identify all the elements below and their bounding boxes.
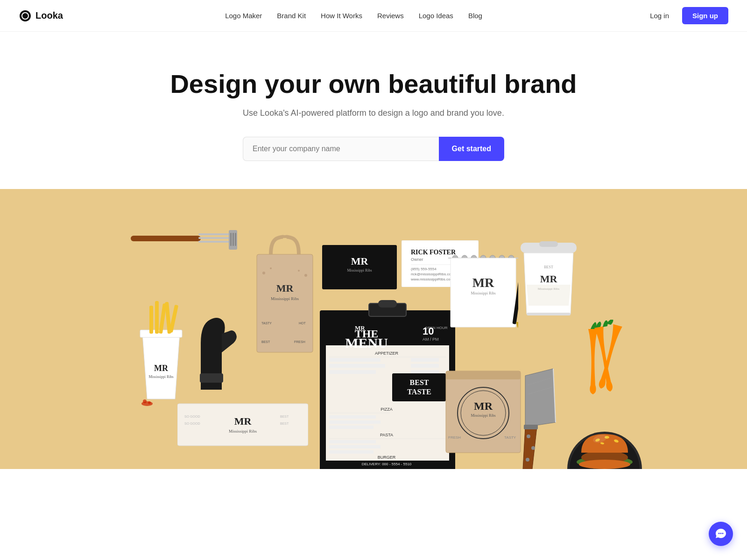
tote-bag-item: MR Mississippi Ribs TASTY HOT BEST FRESH: [252, 231, 317, 362]
wrap-item: MR Mississippi Ribs SO GOOD SO GOOD BEST…: [177, 399, 308, 450]
svg-point-25: [270, 267, 272, 269]
svg-text:Mississippi Ribs: Mississippi Ribs: [271, 296, 299, 301]
hero-section: Design your own beautiful brand Use Look…: [0, 32, 747, 189]
svg-text:BEST: BEST: [410, 378, 429, 386]
signup-button[interactable]: Sign up: [682, 7, 728, 24]
svg-rect-79: [329, 445, 381, 448]
svg-text:MR: MR: [234, 415, 252, 427]
svg-point-114: [531, 446, 535, 450]
svg-text:BURGER: BURGER: [378, 455, 396, 460]
svg-rect-4: [198, 241, 233, 243]
svg-text:TASTY: TASTY: [504, 435, 516, 440]
svg-rect-51: [378, 300, 397, 308]
svg-text:Mississippi Ribs: Mississippi Ribs: [471, 413, 495, 418]
svg-point-26: [304, 274, 307, 277]
svg-rect-8: [235, 233, 236, 246]
carrots-item: [570, 320, 626, 399]
svg-text:FRESH: FRESH: [448, 435, 461, 440]
brand-showcase-section: MR Mississippi Ribs: [0, 189, 747, 469]
svg-text:Mississippi Ribs: Mississippi Ribs: [229, 429, 257, 434]
svg-text:TASTY: TASTY: [261, 322, 272, 325]
svg-text:TASTE: TASTE: [407, 388, 431, 396]
svg-rect-63: [411, 358, 439, 362]
svg-rect-78: [329, 440, 376, 443]
svg-rect-102: [527, 313, 571, 315]
nav-item-how-it-works[interactable]: How It Works: [321, 12, 362, 20]
svg-rect-68: [392, 373, 446, 401]
svg-rect-2: [198, 233, 233, 235]
navbar: Looka Logo Maker Brand Kit How It Works …: [0, 0, 747, 32]
nav-right: Log in Sign up: [644, 7, 728, 24]
svg-text:MR: MR: [472, 275, 494, 290]
hero-subheading: Use Looka's AI-powered platform to desig…: [9, 108, 738, 118]
svg-point-27: [298, 270, 300, 272]
svg-text:MR: MR: [351, 255, 369, 267]
svg-text:MR: MR: [474, 400, 493, 412]
svg-text:Mississippi Ribs: Mississippi Ribs: [471, 291, 495, 295]
svg-rect-16: [169, 305, 178, 333]
cleaver-item: [518, 362, 560, 469]
svg-text:Owner: Owner: [411, 257, 423, 262]
svg-text:SO GOOD: SO GOOD: [184, 422, 200, 425]
svg-point-18: [143, 399, 147, 403]
svg-point-113: [527, 434, 530, 438]
nav-item-reviews[interactable]: Reviews: [377, 12, 404, 20]
svg-point-24: [262, 272, 265, 274]
svg-point-19: [148, 401, 151, 404]
kraft-bag-item: MR Mississippi Ribs FRESH TASTY: [444, 362, 523, 455]
svg-text:BEST: BEST: [280, 422, 289, 425]
svg-rect-108: [446, 371, 521, 379]
svg-marker-96: [516, 322, 518, 328]
svg-rect-116: [524, 425, 538, 429]
svg-rect-20: [200, 373, 223, 383]
get-started-button[interactable]: Get started: [439, 137, 504, 161]
svg-rect-98: [539, 241, 558, 247]
svg-rect-6: [230, 233, 232, 246]
showcase-inner: MR Mississippi Ribs: [93, 203, 654, 455]
svg-text:BEST: BEST: [280, 415, 289, 418]
nav-item-blog[interactable]: Blog: [468, 12, 482, 20]
svg-point-0: [24, 14, 27, 17]
mitt-item: [187, 296, 243, 390]
svg-text:PIZZA: PIZZA: [381, 407, 393, 412]
menu-clipboard: MR THE MENU OPEN HOUR 10 AM / PM APPETIZ…: [317, 296, 458, 469]
svg-text:AM / PM: AM / PM: [423, 337, 439, 342]
spatula-item: [131, 222, 238, 259]
svg-text:DELIVERY: 000 - 5554 - 5510: DELIVERY: 000 - 5554 - 5510: [362, 462, 412, 466]
svg-point-122: [579, 460, 630, 469]
svg-text:MR: MR: [154, 364, 169, 373]
logo[interactable]: Looka: [19, 9, 63, 22]
svg-rect-39: [322, 245, 397, 289]
svg-text:APPETIZER: APPETIZER: [375, 351, 399, 356]
svg-rect-73: [329, 415, 376, 419]
burger-plate-item: [565, 413, 644, 469]
login-button[interactable]: Log in: [644, 8, 675, 23]
svg-text:10: 10: [423, 325, 434, 337]
looka-logo-icon: [19, 9, 32, 22]
svg-rect-12: [149, 306, 153, 334]
svg-text:HOT: HOT: [299, 322, 306, 325]
svg-text:MENU: MENU: [345, 335, 388, 350]
svg-rect-67: [411, 370, 439, 374]
nav-item-logo-maker[interactable]: Logo Maker: [225, 12, 262, 20]
svg-rect-7: [233, 233, 234, 246]
svg-rect-65: [411, 364, 439, 368]
svg-text:BEST: BEST: [261, 340, 270, 343]
svg-text:(855) 559-5554: (855) 559-5554: [411, 267, 437, 271]
company-name-input[interactable]: [243, 137, 439, 161]
svg-point-115: [526, 458, 529, 462]
svg-rect-66: [329, 370, 376, 374]
svg-rect-64: [329, 364, 385, 368]
svg-rect-1: [131, 236, 201, 241]
svg-text:PASTA: PASTA: [380, 433, 393, 437]
business-card-black: MR Mississippi Ribs: [322, 245, 397, 289]
coffee-cup-item: MR Mississippi Ribs BEST: [518, 240, 579, 320]
nav-item-logo-ideas[interactable]: Logo Ideas: [419, 12, 453, 20]
svg-text:MR: MR: [276, 282, 294, 294]
svg-rect-80: [329, 450, 374, 454]
logo-text: Looka: [35, 10, 63, 21]
fries-item: MR Mississippi Ribs: [135, 296, 187, 408]
svg-rect-75: [329, 426, 374, 429]
nav-item-brand-kit[interactable]: Brand Kit: [277, 12, 306, 20]
nav-links: Logo Maker Brand Kit How It Works Review…: [225, 12, 482, 20]
